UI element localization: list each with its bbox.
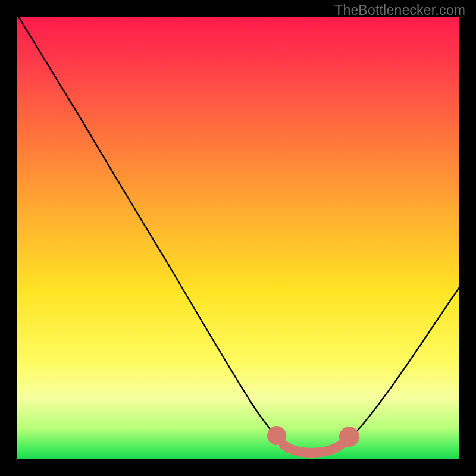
svg-point-1 bbox=[344, 431, 355, 442]
chart-frame: TheBottlenecker.com bbox=[0, 0, 476, 476]
valley-highlight bbox=[272, 431, 355, 453]
curve-path bbox=[18, 17, 459, 453]
plot-area bbox=[17, 17, 459, 459]
svg-point-0 bbox=[272, 431, 281, 440]
bottleneck-curve bbox=[17, 17, 459, 459]
watermark-text: TheBottlenecker.com bbox=[334, 2, 465, 18]
